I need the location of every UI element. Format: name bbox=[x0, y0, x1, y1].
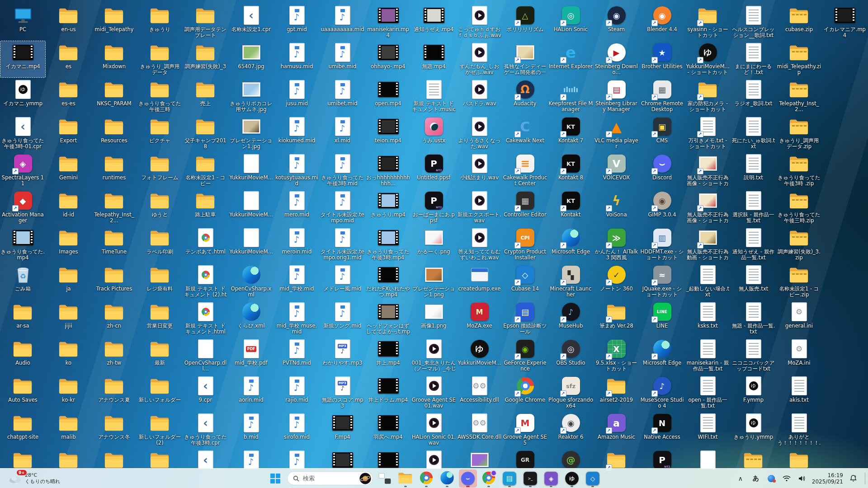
desktop-icon[interactable]: id-id bbox=[46, 189, 91, 226]
desktop-icon[interactable]: 通知うぜえ.mp4 bbox=[411, 4, 457, 41]
cubase-button[interactable]: ◇ bbox=[584, 469, 602, 488]
desktop-icon[interactable]: chatgpt-site bbox=[0, 411, 46, 448]
desktop-icon[interactable]: manisekarin - 親作品一覧.txt bbox=[685, 337, 731, 374]
desktop-icon[interactable]: ⚙general.ini bbox=[776, 300, 822, 337]
desktop-icon[interactable]: en-us bbox=[46, 4, 91, 41]
desktop-icon[interactable]: zh-tw bbox=[91, 337, 137, 374]
desktop-icon[interactable]: ılıılı↗Keepforest File Manager bbox=[548, 78, 594, 115]
desktop-icon[interactable]: ↗無人販売不正行為画像 - ショートカット bbox=[685, 189, 731, 226]
desktop-icon[interactable]: きゅうり.mp4 bbox=[365, 189, 411, 226]
desktop-icon[interactable]: ニコニコバックアップコードtxt bbox=[731, 337, 776, 374]
desktop-icon[interactable]: アナウンス冬 bbox=[91, 411, 137, 448]
desktop-icon[interactable]: ↗筆まめ Ver.28 bbox=[594, 300, 639, 337]
desktop-icon[interactable]: きゅうり食ってた午後3時.mp4 bbox=[365, 226, 411, 263]
desktop-icon[interactable]: ▦↗Controller Editor bbox=[502, 189, 548, 226]
desktop-icon[interactable]: 死にたい_ゅ歌詞.txt bbox=[731, 115, 776, 152]
desktop-icon[interactable]: ▚↗Minecraft Launcher bbox=[548, 263, 594, 300]
desktop-icon[interactable]: C↗Cakewalk Next bbox=[502, 115, 548, 152]
desktop-icon[interactable]: OpenCvSharp.dll... bbox=[183, 337, 228, 374]
desktop-icon[interactable]: ‹9.cpr bbox=[183, 374, 228, 411]
desktop-icon[interactable]: 新規 テキスト ドキュメント (2).html bbox=[183, 263, 228, 300]
desktop-icon[interactable]: 路上駐車 bbox=[183, 189, 228, 226]
desktop-icon[interactable]: ♪aorin.mid bbox=[228, 374, 274, 411]
desktop-icon[interactable]: ♪hamusu.mid bbox=[274, 41, 320, 78]
desktop-icon[interactable]: フォトフレーム bbox=[137, 152, 183, 189]
desktop-icon[interactable]: よりうるさくなった.wav bbox=[457, 115, 502, 152]
desktop-icon[interactable]: midi_Telepathy.zip bbox=[776, 41, 822, 78]
desktop-icon[interactable]: ♪kotusytuaaus.mid bbox=[274, 152, 320, 189]
desktop-icon[interactable]: ▣↗CMS bbox=[639, 115, 685, 152]
yukkuri-movie-maker-button[interactable]: ゆ bbox=[563, 469, 581, 488]
desktop-icon[interactable]: Images bbox=[46, 226, 91, 263]
desktop-icon[interactable]: 新規エクスポート.wav bbox=[457, 189, 502, 226]
desktop-icon[interactable]: KT↗Kontakt bbox=[548, 189, 594, 226]
show-desktop-button[interactable] bbox=[865, 473, 865, 484]
desktop-icon[interactable]: Audio bbox=[0, 337, 46, 374]
desktop-icon[interactable]: 無題 - 親作品一覧.txt bbox=[731, 300, 776, 337]
desktop-icon[interactable]: ★↗Brother Utilities bbox=[639, 41, 685, 78]
desktop-icon[interactable]: OpenCvSharp.xml bbox=[228, 263, 274, 300]
desktop-icon[interactable]: ♪rajio.mid bbox=[274, 374, 320, 411]
desktop-icon[interactable]: ‹きゅうり食ってた午後3時.cpr bbox=[183, 411, 228, 448]
chrome-button[interactable] bbox=[417, 469, 435, 488]
desktop-icon[interactable]: ♪umibe.mid bbox=[320, 41, 365, 78]
desktop-icon[interactable]: 無題.mp4 bbox=[411, 41, 457, 78]
desktop-icon[interactable]: YukkuriMovieM... bbox=[228, 226, 274, 263]
desktop-icon[interactable]: _起動しない場合.txt bbox=[685, 263, 731, 300]
desktop-icon[interactable]: 説明.txt bbox=[731, 152, 776, 189]
desktop-icon[interactable]: ↗airset2-2019 bbox=[594, 374, 639, 411]
desktop-icon[interactable]: YukkuriMovieM... bbox=[228, 189, 274, 226]
desktop-icon[interactable]: Ω↗Audacity bbox=[502, 78, 548, 115]
desktop-icon[interactable]: akis.txt bbox=[776, 374, 822, 411]
desktop-icon[interactable]: ♪gpt.mid bbox=[274, 4, 320, 41]
desktop-icon[interactable]: ▥↗HDDFMT.exe - ショートカット bbox=[639, 226, 685, 263]
desktop-icon[interactable]: Auto Saves bbox=[0, 374, 46, 411]
desktop-icon[interactable]: cubase.zip bbox=[776, 4, 822, 41]
desktop-icon[interactable]: まにまにわーるど！.txt bbox=[731, 41, 776, 78]
task-view-button[interactable] bbox=[376, 469, 394, 488]
desktop-icon[interactable]: V↗VOICEVOX bbox=[594, 152, 639, 189]
desktop-icon[interactable]: ゆYukkuriMovieM... bbox=[457, 337, 502, 374]
desktop-icon[interactable]: ↗syasinn - ショートカット bbox=[685, 4, 731, 41]
desktop-icon[interactable]: 答え知っててもむずいわこれ.wav bbox=[457, 226, 502, 263]
desktop-icon[interactable]: 井上ドラム.mp4 bbox=[365, 374, 411, 411]
desktop-icon[interactable]: MMoZA.exe bbox=[457, 300, 502, 337]
desktop-icon[interactable]: KT↗Kontakt 8 bbox=[548, 152, 594, 189]
desktop-icon[interactable]: ko-kr bbox=[46, 374, 91, 411]
desktop-icon[interactable]: ◉↗GeForce Experience bbox=[502, 337, 548, 374]
desktop-icon[interactable]: 調声練習(失敗)_3 bbox=[183, 41, 228, 78]
desktop-icon[interactable]: きゅうり_調声用データ bbox=[137, 41, 183, 78]
desktop-icon[interactable]: ♪uaaaaaaaaa.mid bbox=[320, 4, 365, 41]
desktop-icon[interactable]: 新規 テキスト ドキュメント.musicxml bbox=[411, 78, 457, 115]
desktop-icon[interactable]: ⚙⚙AWSSDK.Core.dll bbox=[457, 411, 502, 448]
desktop-icon[interactable]: ↗無人販売不正行為画像 - ショートカッ... bbox=[685, 152, 731, 189]
desktop-icon[interactable]: きゅうり bbox=[137, 4, 183, 41]
desktop-icon[interactable]: ゆイカマニ.ymmp bbox=[0, 78, 46, 115]
terminal-button[interactable]: >_ bbox=[521, 469, 539, 488]
desktop-icon[interactable]: ヘルスコンプレッション__歌詞.txt bbox=[731, 4, 776, 41]
desktop-icon[interactable]: ▶↗Steinberg Downlo... bbox=[594, 41, 639, 78]
taskbar-clock[interactable]: 16:19 2025/09/21 bbox=[812, 472, 843, 485]
desktop-icon[interactable]: ↗Microsoft Edge bbox=[639, 337, 685, 374]
ime-indicator[interactable]: あ bbox=[750, 473, 761, 484]
desktop-icon[interactable]: アナウンス夏 bbox=[91, 374, 137, 411]
desktop-icon[interactable]: sfz↗Plogue sforzando x64 bbox=[548, 374, 594, 411]
desktop-icon[interactable]: ◈↗SpectraLayers 11 bbox=[0, 152, 46, 189]
desktop-icon[interactable]: ♪mid_学校 muse.mid bbox=[274, 300, 320, 337]
desktop-icon[interactable]: HALion Sonic 01.wav bbox=[411, 411, 457, 448]
desktop-icon[interactable]: ↗無人販売不正行為動画 - ショートカッ... bbox=[685, 226, 731, 263]
desktop-icon[interactable]: ゆ↗YukkuriMovieM... - ショートカット bbox=[685, 41, 731, 78]
desktop-icon[interactable]: おっhhhhhhhhhhhhh... bbox=[365, 152, 411, 189]
desktop-icon[interactable]: ♪↗MuseHub bbox=[548, 300, 594, 337]
wifi-icon[interactable] bbox=[781, 473, 792, 484]
desktop-icon[interactable]: M↗Groove Agent SE 5 bbox=[502, 411, 548, 448]
desktop-icon[interactable]: 調声練習(失敗)_3.zip bbox=[776, 226, 822, 263]
tray-chevron-up-icon[interactable]: ∧ bbox=[735, 473, 746, 484]
desktop-icon[interactable]: ラベル印刷 bbox=[137, 226, 183, 263]
desktop-icon[interactable]: ▦↗Chrome Remote Desktop bbox=[639, 78, 685, 115]
onedrive-icon[interactable] bbox=[766, 473, 777, 484]
desktop-icon[interactable]: 画像1.png bbox=[411, 300, 457, 337]
desktop-icon[interactable]: LINE↗LINE bbox=[639, 300, 685, 337]
desktop-icon[interactable]: きゅうり食ってた午後三時.zip bbox=[776, 189, 822, 226]
desktop-icon[interactable]: manisekarin.mp4 bbox=[365, 4, 411, 41]
